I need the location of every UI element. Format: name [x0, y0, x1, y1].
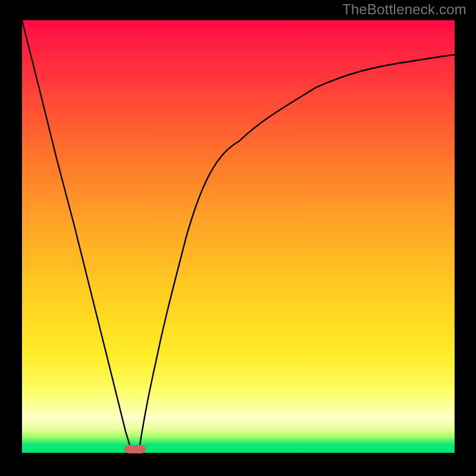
- curve-path: [22, 20, 455, 453]
- chart-curve-layer: [22, 20, 455, 453]
- bottleneck-marker: [124, 445, 146, 453]
- chart-frame: TheBottleneck.com: [0, 0, 476, 476]
- plot-area: [22, 20, 455, 453]
- watermark-text: TheBottleneck.com: [342, 1, 466, 18]
